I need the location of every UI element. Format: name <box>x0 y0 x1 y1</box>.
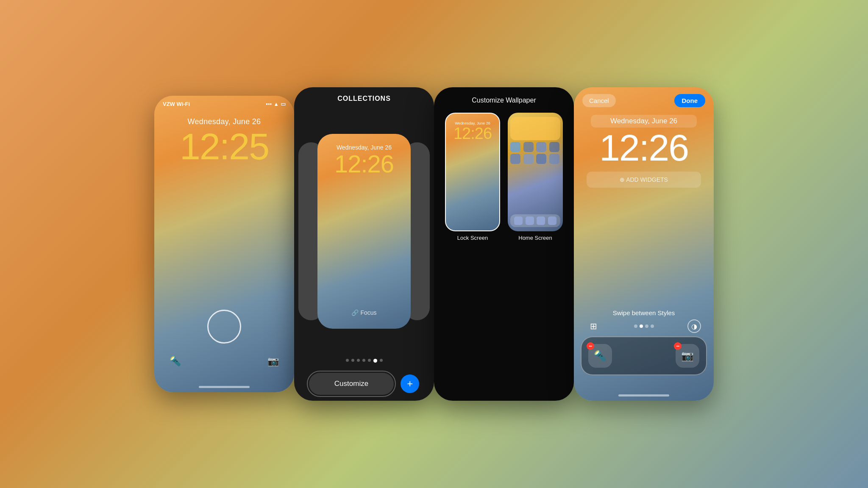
dock-icon-2 <box>526 216 534 225</box>
app-icon-7 <box>536 154 546 164</box>
flashlight-minus-badge[interactable]: − <box>587 342 594 350</box>
dot-2 <box>351 359 354 362</box>
collections-title: COLLECTIONS <box>337 95 391 103</box>
dot-1 <box>346 359 349 362</box>
add-widgets-area[interactable]: ⊕ ADD WIDGETS <box>587 172 701 188</box>
dot-4 <box>362 359 365 362</box>
done-button[interactable]: Done <box>674 94 706 107</box>
style-dot-3 <box>645 324 648 328</box>
screen-4-header: Cancel Done <box>574 87 714 111</box>
status-icons: ▪▪▪ ▲ ▭ <box>266 101 286 107</box>
cancel-button[interactable]: Cancel <box>582 94 616 107</box>
screens-container: VZW Wi-Fi ▪▪▪ ▲ ▭ Wednesday, June 26 12:… <box>0 0 868 488</box>
flashlight-widget[interactable]: − 🔦 <box>588 344 612 368</box>
lock-screen-preview[interactable]: Wednesday, June 26 12:26 <box>445 113 500 231</box>
widgets-tray[interactable]: − 🔦 − 📷 <box>581 336 707 375</box>
flashlight-icon[interactable]: 🔦 <box>170 356 181 367</box>
customize-button[interactable]: Customize <box>309 373 394 395</box>
screen-3-customize-wallpaper: Customize Wallpaper Wednesday, June 26 1… <box>434 87 574 401</box>
lock-date-1: Wednesday, June 26 <box>154 117 294 126</box>
lock-screen-card[interactable]: Wednesday, June 26 12:26 Lock Screen <box>445 113 500 401</box>
carrier-label: VZW Wi-Fi <box>163 101 190 107</box>
app-icon-8 <box>549 154 559 164</box>
home-screen-preview[interactable] <box>508 113 563 231</box>
dock-icon-1 <box>514 216 523 225</box>
dot-3 <box>357 359 360 362</box>
swipe-styles-label: Swipe between Styles <box>613 309 675 316</box>
lock-time-1: 12:25 <box>154 128 294 165</box>
dock-icon-3 <box>537 216 545 225</box>
app-icon-2 <box>523 142 534 152</box>
carousel-main[interactable]: Wednesday, June 26 12:26 🔗 Focus <box>317 134 411 329</box>
styles-controls: ⊞ ◑ <box>574 319 714 333</box>
lock-screen-label: Lock Screen <box>457 235 488 241</box>
dot-indicators <box>346 359 383 363</box>
app-icon-4 <box>549 142 559 152</box>
edit-lock-time[interactable]: 12:26 <box>574 129 714 166</box>
home-indicator-1 <box>199 386 250 388</box>
screen-1-lockscreen: VZW Wi-Fi ▪▪▪ ▲ ▭ Wednesday, June 26 12:… <box>154 96 294 392</box>
screen-2-bottom: Customize + <box>294 367 434 401</box>
style-dot-4 <box>651 324 654 328</box>
screen-2-collections: COLLECTIONS Wednesday, June 26 12:26 🔗 F… <box>294 87 434 401</box>
status-bar-1: VZW Wi-Fi ▪▪▪ ▲ ▭ <box>154 96 294 107</box>
dot-5 <box>368 359 371 362</box>
signal-icon: ▪▪▪ <box>266 101 272 107</box>
dot-6 <box>373 359 377 363</box>
home-apps-grid <box>510 142 560 213</box>
flashlight-tray-icon[interactable]: − 🔦 <box>588 344 612 368</box>
home-screen-label: Home Screen <box>518 235 552 241</box>
dot-7 <box>380 359 383 362</box>
camera-widget[interactable]: − 📷 <box>676 344 699 368</box>
style-dot-2 <box>640 324 643 328</box>
wallpaper-choice-area: Wednesday, June 26 12:26 Lock Screen <box>437 113 571 401</box>
customize-wallpaper-title: Customize Wallpaper <box>472 97 536 104</box>
swipe-styles-area: Swipe between Styles ⊞ ◑ <box>574 309 714 333</box>
wifi-icon: ▲ <box>273 101 279 107</box>
screen-4-edit-lockscreen: Cancel Done Wednesday, June 26 12:26 ⊕ A… <box>574 87 714 401</box>
styles-dots <box>634 324 654 328</box>
app-icon-5 <box>510 154 520 164</box>
home-indicator-4 <box>618 394 669 396</box>
carousel-area: Wednesday, June 26 12:26 🔗 Focus <box>294 108 434 355</box>
circle-button[interactable] <box>207 310 241 344</box>
dock-icon-4 <box>548 216 556 225</box>
screen-4-footer: − 🔦 − 📷 <box>581 336 707 375</box>
app-icon-1 <box>510 142 520 152</box>
home-widget <box>510 117 560 140</box>
focus-label: 🔗 Focus <box>351 309 376 316</box>
camera-minus-badge[interactable]: − <box>674 342 682 350</box>
app-icon-3 <box>536 142 546 152</box>
battery-icon: ▭ <box>281 101 286 107</box>
home-dock <box>510 214 560 227</box>
home-screen-card[interactable]: Home Screen <box>508 113 563 401</box>
lock-preview-time: 12:26 <box>446 125 499 141</box>
add-wallpaper-button[interactable]: + <box>401 374 419 393</box>
camera-tray-icon[interactable]: − 📷 <box>676 344 699 368</box>
style-dot-1 <box>634 324 637 328</box>
bottom-icons-1: 🔦 📷 <box>154 356 294 367</box>
camera-icon[interactable]: 📷 <box>267 356 279 367</box>
app-icon-6 <box>523 154 534 164</box>
edit-lock-date[interactable]: Wednesday, June 26 <box>591 115 697 128</box>
carousel-time: 12:26 <box>317 152 411 176</box>
contrast-icon[interactable]: ◑ <box>687 319 701 333</box>
layers-icon[interactable]: ⊞ <box>587 319 600 333</box>
screen-4-content: Swipe between Styles ⊞ ◑ − <box>574 193 714 401</box>
add-widgets-label: ⊕ ADD WIDGETS <box>620 176 668 183</box>
